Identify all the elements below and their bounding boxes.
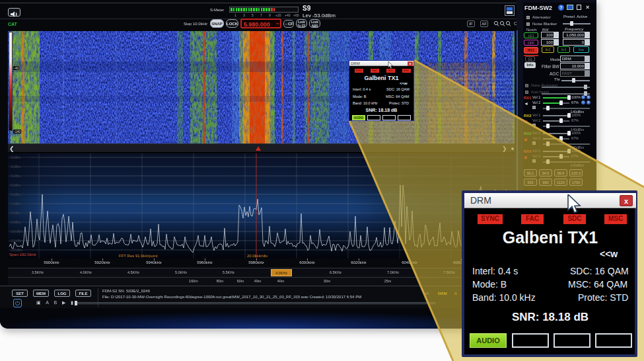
svg-text:FFT Res 91.9Hz/point: FFT Res 91.9Hz/point	[119, 254, 158, 258]
svg-text:Span 192.0kHz: Span 192.0kHz	[9, 253, 36, 257]
svg-text:20.0kHz/div: 20.0kHz/div	[247, 254, 268, 258]
